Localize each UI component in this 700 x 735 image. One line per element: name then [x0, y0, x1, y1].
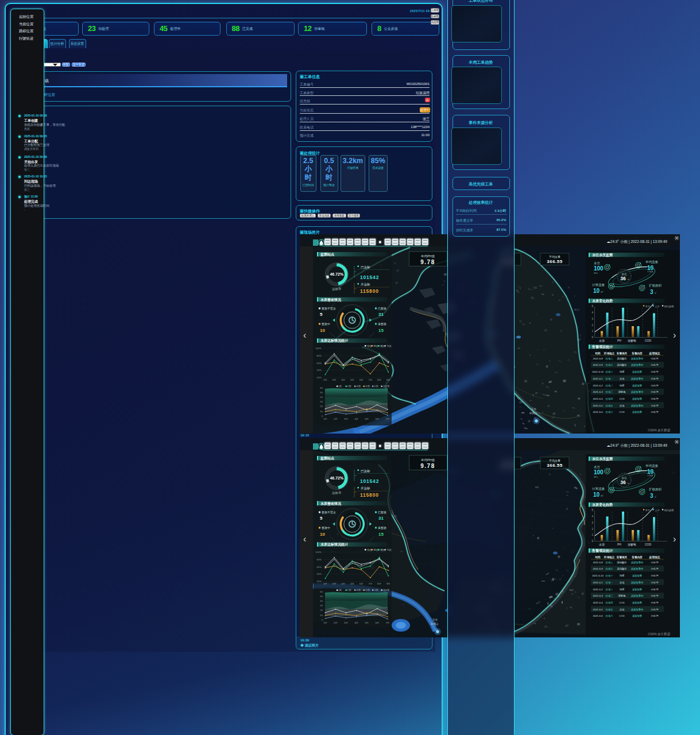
- svg-text:☁24.9° 小雨 | 2022-08-31 |: ☁24.9° 小雨 | 2022-08-31 | 13:09:49: [606, 443, 667, 448]
- svg-text:50: 50: [320, 391, 323, 394]
- svg-text:2021-6-1: 2021-6-1: [593, 581, 603, 584]
- svg-text:40: 40: [320, 396, 323, 399]
- svg-text:2021-6-9: 2021-6-9: [593, 363, 603, 366]
- svg-text:46.72%: 46.72%: [330, 476, 344, 480]
- svg-text:平均水量: 平均水量: [549, 459, 560, 462]
- svg-text:2月: 2月: [323, 378, 327, 381]
- svg-text:已达标: 已达标: [361, 265, 370, 269]
- svg-text:北区: 北区: [387, 345, 392, 347]
- svg-text:10: 10: [593, 492, 600, 498]
- svg-text:监测点: 监测点: [431, 622, 439, 625]
- svg-text:‹: ‹: [303, 534, 306, 544]
- svg-text:PH: PH: [617, 543, 621, 546]
- svg-text:√: √: [655, 495, 656, 498]
- svg-text:PH: PH: [617, 339, 621, 342]
- svg-text:31: 31: [378, 516, 384, 521]
- svg-text:处理情况: 处理情况: [649, 351, 660, 355]
- svg-text:10: 10: [320, 410, 323, 413]
- svg-text:整改不完全: 整改不完全: [322, 307, 336, 311]
- svg-text:9.78: 9.78: [420, 463, 435, 469]
- svg-text:M³: M³: [601, 494, 604, 497]
- svg-text:IV类: IV类: [365, 385, 370, 388]
- svg-text:36: 36: [620, 276, 626, 281]
- svg-text:监测站点: 监测站点: [320, 252, 334, 257]
- svg-text:10: 10: [320, 614, 323, 617]
- svg-text:50: 50: [320, 595, 323, 598]
- svg-text:水位水压监测: 水位水压监测: [591, 457, 613, 461]
- svg-text:9.78: 9.78: [420, 259, 435, 265]
- svg-text:2021-6-3: 2021-6-3: [593, 390, 603, 393]
- svg-text:IV类: IV类: [365, 589, 370, 591]
- svg-text:MPa: MPa: [594, 476, 598, 478]
- svg-text:未达标: 未达标: [361, 283, 370, 287]
- svg-text:本月: 本月: [645, 509, 650, 512]
- svg-text:五乡: 五乡: [531, 407, 537, 411]
- svg-text:CSDN @久数据: CSDN @久数据: [648, 428, 671, 432]
- svg-text:水质整改情况: 水质整改情况: [320, 297, 342, 302]
- svg-text:20: 20: [320, 405, 323, 408]
- svg-text:已处理: 已处理: [651, 581, 659, 584]
- svg-text:扩散面积: 扩散面积: [649, 284, 662, 288]
- svg-text:整改中: 整改中: [322, 526, 330, 529]
- svg-text:2021-6-5: 2021-6-5: [593, 404, 603, 407]
- svg-text:水质整改情况: 水质整改情况: [320, 501, 342, 506]
- svg-text:6月: 6月: [376, 417, 380, 420]
- svg-text:COD: COD: [645, 339, 652, 342]
- svg-text:平均PH值: 平均PH值: [421, 458, 435, 462]
- svg-text:2021-6-8: 2021-6-8: [593, 357, 603, 360]
- svg-text:计算流量: 计算流量: [592, 283, 605, 287]
- svg-text:溶解氧: 溶解氧: [618, 594, 626, 597]
- svg-text:浊度: 浊度: [620, 574, 625, 577]
- svg-text:9月: 9月: [386, 582, 390, 585]
- svg-text:溶解氧: 溶解氧: [628, 543, 636, 547]
- svg-text:31: 31: [378, 312, 384, 317]
- svg-text:COD: COD: [619, 411, 625, 413]
- svg-text:II类: II类: [347, 589, 351, 591]
- svg-text:m: m: [628, 482, 629, 485]
- svg-text:达标率: 达标率: [332, 491, 342, 495]
- svg-text:已处理: 已处理: [651, 614, 659, 617]
- svg-text:2021-6-3: 2021-6-3: [593, 594, 603, 597]
- svg-text:区域六: 区域六: [606, 614, 614, 617]
- svg-text:2021-6-9: 2021-6-9: [593, 567, 603, 570]
- svg-text:3月: 3月: [344, 417, 348, 420]
- svg-text:溶解氧: 溶解氧: [628, 339, 636, 343]
- svg-text:2021-6-1: 2021-6-1: [593, 377, 603, 380]
- svg-text:III类: III类: [357, 589, 361, 591]
- svg-text:区域五: 区域五: [606, 608, 614, 611]
- svg-text:平均流量: 平均流量: [645, 464, 659, 468]
- svg-text:40%: 40%: [317, 369, 322, 372]
- svg-text:区域十: 区域十: [606, 574, 614, 577]
- svg-text:区域四: 区域四: [606, 397, 613, 400]
- svg-text:已处理: 已处理: [651, 363, 659, 366]
- svg-text:水位水压监测: 水位水压监测: [591, 253, 613, 257]
- svg-text:I类: I类: [339, 589, 342, 591]
- svg-text:15: 15: [378, 328, 384, 333]
- svg-text:水温: 水温: [620, 581, 625, 584]
- svg-text:4月: 4月: [354, 621, 358, 624]
- svg-text:COD: COD: [619, 614, 625, 617]
- svg-text:COD: COD: [619, 397, 625, 400]
- svg-text:2021-6-6: 2021-6-6: [593, 411, 603, 413]
- svg-text:已处理: 已处理: [651, 608, 659, 611]
- svg-text:8月: 8月: [377, 378, 381, 381]
- svg-text:36: 36: [620, 479, 626, 485]
- svg-text:4月: 4月: [354, 417, 358, 420]
- svg-text:区域一: 区域一: [606, 581, 614, 584]
- svg-text:COD: COD: [619, 601, 625, 604]
- svg-text:整改中: 整改中: [322, 322, 330, 326]
- svg-text:区域九: 区域九: [606, 363, 614, 366]
- svg-text:水质达标情况统计: 水质达标情况统计: [320, 542, 349, 547]
- svg-text:监测点: 监测点: [529, 411, 537, 415]
- svg-text:溶解氧: 溶解氧: [618, 390, 626, 393]
- svg-text:3月: 3月: [332, 582, 337, 585]
- svg-text:10: 10: [320, 532, 325, 537]
- svg-text:30: 30: [320, 400, 323, 403]
- svg-text:未达标: 未达标: [361, 486, 370, 490]
- svg-text:60%: 60%: [317, 362, 322, 365]
- svg-text:水压: 水压: [594, 261, 601, 265]
- svg-text:MPa: MPa: [594, 272, 598, 274]
- svg-text:已处理: 已处理: [651, 397, 659, 400]
- svg-text:水温: 水温: [620, 608, 625, 611]
- svg-text:100%: 100%: [315, 347, 322, 350]
